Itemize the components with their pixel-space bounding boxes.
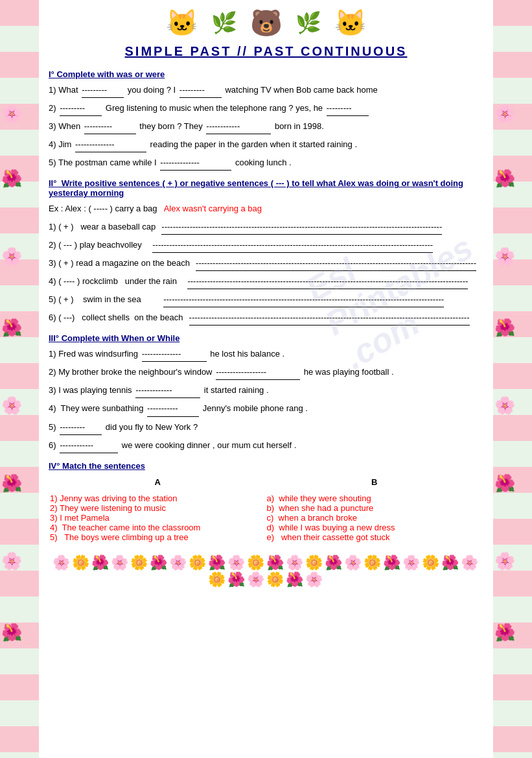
match-a2: 2) They were listening to music bbox=[50, 503, 266, 513]
blank-s1-4: -------------- bbox=[75, 137, 146, 152]
match-a3: 3) I met Pamela bbox=[50, 513, 266, 523]
section2-line6: 6) ( ---) collect shells on the beach --… bbox=[49, 311, 483, 326]
flower-deco-r1: 🌸 bbox=[494, 104, 515, 124]
page-title: SIMPLE PAST // PAST CONTINUOUS bbox=[49, 44, 483, 59]
section1-block: I° Complete with was or were 1) What ---… bbox=[49, 69, 483, 171]
blank-s2-1: ----------------------------------------… bbox=[161, 220, 442, 235]
blank-s2-5: ----------------------------------------… bbox=[163, 292, 444, 307]
blank-s1-1a: --------- bbox=[82, 83, 124, 98]
flower-deco-5: 🌸 bbox=[1, 396, 22, 416]
section3-title: III° Complete with When or While bbox=[49, 333, 483, 343]
section2-block: II° Write positive sentences ( + ) or ne… bbox=[49, 178, 483, 326]
blank-s3-2: ------------------ bbox=[216, 365, 300, 380]
section3-line2: 2) My brother broke the neighbour's wind… bbox=[49, 365, 483, 380]
flower-deco-r6: 🌺 bbox=[494, 473, 515, 493]
match-a1: 1) Jenny was driving to the station bbox=[50, 493, 266, 503]
blank-s1-3b: ------------ bbox=[206, 119, 271, 134]
match-a4: 4) The teacher came into the classroom bbox=[50, 523, 266, 532]
blank-s2-3: ----------------------------------------… bbox=[196, 256, 476, 271]
section2-example: Ex : Alex : ( ----- ) carry a bag Alex w… bbox=[49, 202, 483, 216]
match-b5: e) when their cassette got stuck bbox=[267, 532, 483, 542]
section1-line4: 4) Jim -------------- reading the paper … bbox=[49, 137, 483, 152]
flower-deco-1: 🌸 bbox=[1, 104, 22, 124]
section1-line2: 2) --------- Greg listening to music whe… bbox=[49, 101, 483, 116]
cat-left-icon: 🐱 bbox=[166, 10, 198, 36]
cat-right-icon: 🐱 bbox=[334, 10, 367, 36]
col-a-header: A bbox=[50, 477, 266, 487]
blank-s3-1: -------------- bbox=[142, 347, 207, 362]
section3-line3: 3) I was playing tennis ------------- it… bbox=[49, 383, 483, 398]
blank-s1-1b: --------- bbox=[179, 83, 222, 98]
bottom-flower-bar: 🌸🌼🌺🌸🌼🌺🌸🌼🌺🌸🌼🌺🌸🌼🌺🌸🌼🌺🌸🌼🌺🌸🌼🌺🌸🌼🌺🌸 bbox=[49, 554, 483, 588]
match-a5: 5) The boys were climbing up a tree bbox=[50, 532, 266, 542]
blank-s1-2b: --------- bbox=[327, 101, 369, 116]
match-b3: c) when a branch broke bbox=[267, 513, 483, 523]
flower-deco-4: 🌺 bbox=[1, 318, 22, 338]
blank-s2-4: ----------------------------------------… bbox=[187, 274, 468, 289]
section1-line3: 3) When ---------- they born ? They ----… bbox=[49, 119, 483, 134]
section3-line6: 6) ------------ we were cooking dinner ,… bbox=[49, 438, 483, 453]
header-row: 🐱 🌿 🐻 🌿 🐱 bbox=[49, 6, 483, 39]
flower-deco-r3: 🌸 bbox=[494, 246, 515, 266]
flower-deco-2: 🌺 bbox=[1, 169, 22, 189]
match-b4: d) while I was buying a new dress bbox=[267, 523, 483, 532]
section2-line2: 2) ( --- ) play beachvolley ------------… bbox=[49, 238, 483, 253]
flower-deco-3: 🌸 bbox=[1, 246, 22, 266]
blank-s1-3a: ---------- bbox=[84, 119, 136, 134]
col-b-header: B bbox=[267, 477, 483, 487]
section2-line5: 5) ( + ) swim in the sea ---------------… bbox=[49, 292, 483, 307]
blank-s1-5: -------------- bbox=[160, 156, 231, 171]
blank-s3-3: ------------- bbox=[135, 383, 200, 398]
section3-line1: 1) Fred was windsurfing -------------- h… bbox=[49, 347, 483, 362]
flower-deco-r7: 🌸 bbox=[494, 551, 515, 571]
right-border: 🌸 🌺 🌸 🌺 🌸 🌺 🌸 🌺 bbox=[493, 0, 532, 758]
blank-s2-6: ----------------------------------------… bbox=[189, 311, 470, 326]
section2-line1: 1) ( + ) wear a baseball cap -----------… bbox=[49, 220, 483, 235]
flower-deco-r2: 🌺 bbox=[494, 169, 515, 189]
blank-s2-2: ----------------------------------------… bbox=[152, 238, 433, 253]
bear-icon: 🐻 bbox=[250, 10, 283, 36]
section1-line5: 5) The postman came while I ------------… bbox=[49, 156, 483, 171]
flower-deco-r4: 🌺 bbox=[494, 318, 515, 338]
section1-title: I° Complete with was or were bbox=[49, 69, 483, 79]
flower-deco-8: 🌺 bbox=[1, 622, 22, 643]
blank-s1-2a: --------- bbox=[60, 101, 102, 116]
flower-deco-r5: 🌸 bbox=[494, 396, 515, 416]
plant-right-icon: 🌿 bbox=[295, 12, 321, 33]
example-answer: Alex wasn't carrying a bag bbox=[164, 204, 262, 213]
section4-block: IV° Match the sentences A B 1) Jenny was… bbox=[49, 461, 483, 545]
blank-s3-6: ------------ bbox=[60, 438, 118, 453]
match-table: A B 1) Jenny was driving to the station … bbox=[49, 475, 483, 545]
section1-line1: 1) What --------- you doing ? I --------… bbox=[49, 83, 483, 98]
match-b1: a) while they were shouting bbox=[267, 493, 483, 503]
main-content: 🐱 🌿 🐻 🌿 🐱 SIMPLE PAST // PAST CONTINUOUS… bbox=[42, 0, 490, 601]
left-border: 🌸 🌺 🌸 🌺 🌸 🌺 🌸 🌺 bbox=[0, 0, 39, 758]
match-b2: b) when she had a puncture bbox=[267, 503, 483, 513]
flower-deco-7: 🌸 bbox=[1, 551, 22, 571]
section4-title: IV° Match the sentences bbox=[49, 461, 483, 471]
flower-deco-6: 🌺 bbox=[1, 473, 22, 493]
blank-s3-4: ----------- bbox=[147, 401, 199, 416]
section2-line3: 3) ( + ) read a magazine on the beach --… bbox=[49, 256, 483, 271]
section2-line4: 4) ( ---- ) rockclimb under the rain ---… bbox=[49, 274, 483, 289]
section2-title: II° Write positive sentences ( + ) or ne… bbox=[49, 178, 483, 198]
plant-left-icon: 🌿 bbox=[211, 12, 237, 33]
section3-line5: 5) --------- did you fly to New York ? bbox=[49, 420, 483, 435]
section3-block: III° Complete with When or While 1) Fred… bbox=[49, 333, 483, 453]
section3-line4: 4) They were sunbathing ----------- Jenn… bbox=[49, 401, 483, 416]
flower-deco-r8: 🌺 bbox=[494, 622, 515, 643]
blank-s3-5: --------- bbox=[60, 420, 102, 435]
